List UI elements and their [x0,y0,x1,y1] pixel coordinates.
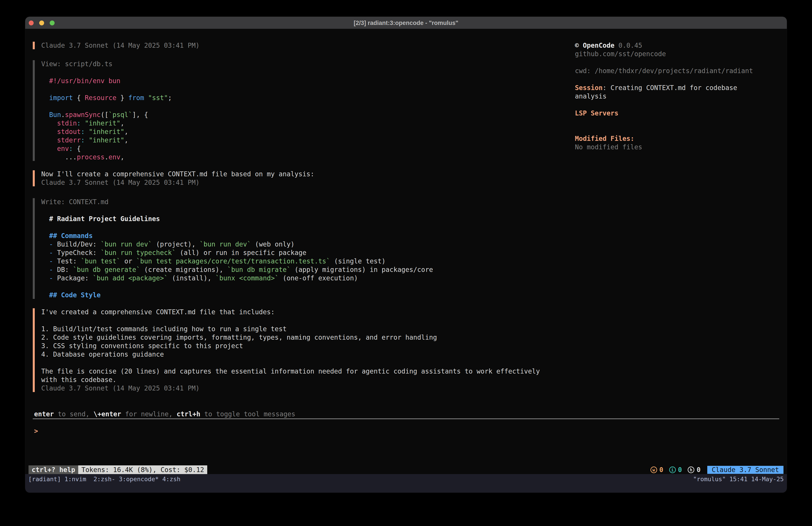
text-segment [41,119,57,127]
text-segment: ## Commands [41,232,93,240]
text-segment: Resource [85,94,116,102]
terminal-content: Claude 3.7 Sonnet (14 May 2025 03:41 PM)… [25,29,787,493]
tmux-host-time: "romulus" 15:41 14-May-25 [693,475,784,484]
text-segment: LSP Servers [575,110,618,117]
transcript-line: # Radiant Project Guidelines [41,215,433,223]
tool-accent-bar [33,60,35,161]
text-segment: No modified files [575,143,642,151]
transcript-line: stdin: "inherit", [41,119,172,127]
text-segment: © OpenCode [575,42,614,49]
assistant-text: Now I'll create a comprehensive CONTEXT.… [33,170,314,187]
message-input[interactable]: > [34,427,778,435]
sidebar-line: © OpenCode 0.0.45 [575,41,642,50]
text-segment: `bun run typecheck` [101,249,176,257]
minimize-button[interactable] [39,20,44,25]
text-segment [41,249,49,257]
close-button[interactable] [29,20,34,25]
transcript-line: env: { [41,144,172,153]
text-segment: 3. CSS styling conventions specific to t… [41,342,243,350]
tmux-window-list[interactable]: [radiant] 1:nvim 2:zsh- 3:opencode* 4:zs… [28,475,180,484]
text-segment: `bun run dev` [200,241,251,248]
sidebar-line: LSP Servers [575,109,618,117]
text-segment: : [69,145,73,153]
sidebar-line: No modified files [575,143,642,151]
text-segment [41,274,49,282]
text-segment [41,145,57,153]
traffic-lights [29,17,55,29]
lsp-diagnostics: w0i0h0 [650,466,700,474]
maximize-button[interactable] [50,20,55,25]
text-segment: : [81,128,85,136]
text-segment: Session [575,84,603,91]
text-segment [144,94,148,102]
prompt-caret: > [34,427,38,435]
text-segment: (apply migrations) in packages/core [291,266,433,273]
info-count-icon: i [669,467,676,473]
text-segment: } [117,94,128,102]
text-segment: ], { [132,111,148,118]
transcript-line: Claude 3.7 Sonnet (14 May 2025 03:41 PM) [41,41,200,50]
text-segment: : [77,119,81,127]
text-segment: Bun [49,111,61,118]
transcript-line: #!/usr/bin/env bun [41,77,172,85]
transcript-line: - TypeCheck: `bun run typecheck` (all) o… [41,248,433,257]
text-segment: (install), [168,274,215,282]
transcript-line: 3. CSS styling conventions specific to t… [41,342,540,350]
transcript-line: 2. Code style guidelines covering import… [41,333,540,342]
text-segment: `bun test packages/core/test/transaction… [136,257,330,265]
text-segment: `bun db migrate` [227,266,291,273]
text-segment [41,266,49,273]
keybind-help: enter to send, \+enter for newline, ctrl… [34,410,295,418]
assistant-turn-header: Claude 3.7 Sonnet (14 May 2025 03:41 PM) [33,41,200,50]
text-segment: `bun test` [81,257,120,265]
assistant-summary: I've created a comprehensive CONTEXT.md … [33,308,540,393]
transcript-line: Claude 3.7 Sonnet (14 May 2025 03:41 PM) [41,384,540,393]
text-segment: ([ [101,111,108,118]
text-segment [41,128,57,136]
message-accent-bar [33,308,35,392]
text-segment: #!/usr/bin/env bun [41,77,120,85]
warning-count-icon: w0 [650,466,663,474]
transcript-line: import { Resource } from "sst"; [41,94,172,102]
transcript-line: - Build/Dev: `bun run dev` (project), `b… [41,240,433,248]
tool-accent-bar [33,198,35,299]
transcript-line: - DB: `bun db generate` (create migratio… [41,266,433,274]
text-segment: View: script/db.ts [41,60,113,68]
transcript-line [41,316,540,325]
text-segment: env [57,145,69,153]
text-segment: from [128,94,144,102]
text-segment: "inherit" [89,137,124,144]
transcript-line: Bun.spawnSync([`psql`], { [41,111,172,119]
transcript-line: stdout: "inherit", [41,127,172,136]
message-accent-bar [33,170,35,186]
text-segment: DB: [57,266,73,273]
sidebar-line: github.com/sst/opencode [575,50,666,58]
text-segment: Claude 3.7 Sonnet (14 May 2025 03:41 PM) [41,179,200,186]
transcript-line [41,206,433,215]
text-segment: process [77,153,104,161]
text-segment: Now I'll create a comprehensive CONTEXT.… [41,170,314,178]
text-segment [41,111,49,118]
text-segment: ctrl+h [176,410,200,418]
transcript-line [41,85,172,94]
transcript-line: The file is concise (20 lines) and captu… [41,367,540,375]
text-segment: analysis [575,93,607,100]
text-segment [41,241,49,248]
transcript-line: stderr: "inherit", [41,136,172,144]
hint-count-icon: h0 [688,466,700,474]
text-segment: stdin [57,119,77,127]
sidebar-line: Session: Creating CONTEXT.md for codebas… [575,84,737,92]
warning-count-icon: w [650,467,657,473]
transcript-line: 1. Build/lint/test commands including ho… [41,325,540,333]
text-segment: `psql` [108,111,132,118]
text-segment: - [49,257,57,265]
diagnostic-count: 0 [678,466,682,474]
diagnostic-count: 0 [697,466,700,474]
tmux-status-bar: [radiant] 1:nvim 2:zsh- 3:opencode* 4:zs… [25,474,787,493]
text-segment [41,94,49,102]
text-segment [41,137,57,144]
info-count-icon: i0 [669,466,682,474]
transcript-line: Now I'll create a comprehensive CONTEXT.… [41,170,314,178]
text-segment: TypeCheck: [57,249,101,257]
tokens-cost-chip: Tokens: 16.4K (8%), Cost: $0.12 [78,465,207,474]
